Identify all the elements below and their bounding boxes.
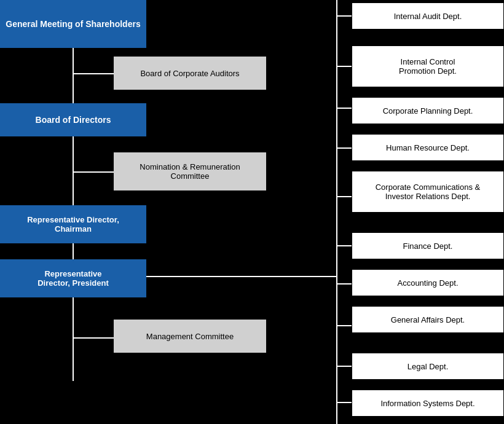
dept-internal-control: Internal ControlPromotion Dept.: [352, 45, 504, 87]
management-label: Management Committee: [146, 332, 234, 341]
dept-accounting-label: Accounting Dept.: [397, 278, 458, 288]
rep-president-label: RepresentativeDirector, President: [37, 269, 109, 288]
board-directors-label: Board of Directors: [36, 115, 111, 125]
nomination-label: Nomination & RemunerationCommittee: [140, 162, 240, 181]
dept-legal-label: Legal Dept.: [408, 362, 449, 371]
dept-internal-control-label: Internal ControlPromotion Dept.: [399, 57, 457, 76]
dept-corp-comm-label: Corporate Communications &Investor Relat…: [376, 183, 481, 201]
dept-human-resource: Human Resource Dept.: [352, 134, 504, 161]
dept-info-systems-label: Information Systems Dept.: [380, 399, 474, 408]
dept-general-affairs: General Affairs Dept.: [352, 306, 504, 333]
nomination-box: Nomination & RemunerationCommittee: [114, 152, 266, 190]
general-meeting-label: General Meeting of Shareholders: [6, 19, 140, 29]
dept-internal-audit: Internal Audit Dept.: [352, 2, 504, 29]
board-auditors-label: Board of Corporate Auditors: [140, 69, 239, 78]
board-directors-box: Board of Directors: [0, 103, 146, 136]
dept-corp-comm: Corporate Communications &Investor Relat…: [352, 171, 504, 213]
dept-info-systems: Information Systems Dept.: [352, 390, 504, 417]
general-meeting-box: General Meeting of Shareholders: [0, 0, 146, 48]
dept-human-resource-label: Human Resource Dept.: [386, 143, 470, 152]
dept-general-affairs-label: General Affairs Dept.: [391, 315, 465, 324]
dept-finance-label: Finance Dept.: [403, 241, 453, 251]
rep-president-box: RepresentativeDirector, President: [0, 259, 146, 297]
dept-corporate-planning: Corporate Planning Dept.: [352, 97, 504, 124]
management-box: Management Committee: [114, 320, 266, 353]
dept-finance: Finance Dept.: [352, 232, 504, 259]
dept-corporate-planning-label: Corporate Planning Dept.: [383, 106, 473, 116]
dept-legal: Legal Dept.: [352, 353, 504, 380]
dept-internal-audit-label: Internal Audit Dept.: [394, 12, 462, 21]
org-chart: General Meeting of Shareholders Board of…: [0, 0, 504, 424]
rep-chairman-box: Representative Director,Chairman: [0, 205, 146, 243]
board-auditors-box: Board of Corporate Auditors: [114, 57, 266, 90]
dept-accounting: Accounting Dept.: [352, 269, 504, 296]
rep-chairman-label: Representative Director,Chairman: [27, 215, 119, 234]
